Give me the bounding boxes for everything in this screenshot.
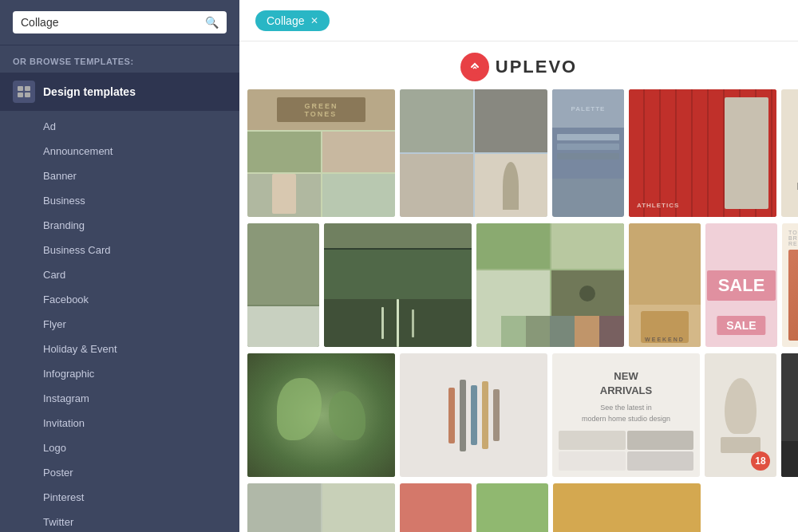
category-instagram[interactable]: Instagram bbox=[0, 386, 239, 411]
logo-bar: UPLEVO bbox=[239, 41, 798, 89]
template-card[interactable] bbox=[553, 483, 701, 532]
main-content: Collage ✕ UPLEVO bbox=[239, 0, 798, 532]
search-input[interactable] bbox=[21, 16, 205, 29]
category-ad[interactable]: Ad bbox=[0, 114, 239, 139]
template-row-4 bbox=[247, 483, 790, 532]
sidebar: 🔍 OR BROWSE TEMPLATES: Design templates … bbox=[0, 0, 239, 532]
template-card[interactable] bbox=[247, 223, 319, 347]
template-card[interactable] bbox=[476, 223, 624, 347]
new-arrivals-text: NEWARRIVALS bbox=[552, 353, 700, 403]
category-facebook[interactable]: Facebook bbox=[0, 287, 239, 312]
template-card[interactable] bbox=[400, 483, 472, 532]
template-card[interactable]: BEATTHEBINGE5KWITHMICKEY bbox=[781, 89, 798, 217]
template-card[interactable]: NEWARRIVALS See the latest inmodern home… bbox=[552, 353, 700, 477]
template-card[interactable]: SUMMhotte bbox=[781, 353, 798, 477]
brand-name: UPLEVO bbox=[496, 57, 577, 77]
category-pinterest[interactable]: Pinterest bbox=[0, 485, 239, 510]
category-invitation[interactable]: Invitation bbox=[0, 411, 239, 435]
svg-rect-0 bbox=[18, 86, 23, 91]
new-arrivals-sub: See the latest inmodern home studio desi… bbox=[552, 403, 700, 424]
svg-rect-3 bbox=[25, 93, 30, 97]
template-card[interactable]: SALE SALE bbox=[705, 223, 777, 347]
template-row-1: GREENTONES bbox=[247, 89, 790, 217]
search-icon: 🔍 bbox=[205, 16, 219, 29]
template-row-2: WEEKEND SALE SALE TOP 3BRUNCH RECIPE bbox=[247, 223, 790, 347]
top-bar: Collage ✕ bbox=[239, 0, 798, 41]
category-poster[interactable]: Poster bbox=[0, 460, 239, 485]
svg-rect-1 bbox=[25, 86, 30, 91]
search-box[interactable]: 🔍 bbox=[13, 11, 227, 33]
category-infographic[interactable]: Infographic bbox=[0, 361, 239, 386]
design-templates-label: Design templates bbox=[43, 85, 136, 98]
sale-text: SALE bbox=[707, 270, 776, 301]
template-card[interactable] bbox=[400, 89, 547, 217]
category-logo[interactable]: Logo bbox=[0, 435, 239, 460]
close-filter-icon[interactable]: ✕ bbox=[310, 15, 318, 26]
template-card[interactable] bbox=[247, 353, 395, 477]
design-templates-item[interactable]: Design templates bbox=[0, 73, 239, 111]
browse-label: OR BROWSE TEMPLATES: bbox=[0, 45, 239, 73]
template-card[interactable]: GREENTONES bbox=[247, 89, 395, 217]
template-card[interactable]: TOP 3BRUNCH RECIPE bbox=[782, 223, 798, 347]
weekend-label: WEEKEND bbox=[645, 337, 685, 342]
category-business[interactable]: Business bbox=[0, 188, 239, 213]
category-card[interactable]: Card bbox=[0, 262, 239, 287]
category-holiday-event[interactable]: Holiday & Event bbox=[0, 337, 239, 361]
template-card[interactable]: ATHLETICS bbox=[629, 89, 776, 217]
filter-tag-label: Collage bbox=[267, 14, 304, 27]
design-templates-icon bbox=[13, 81, 35, 103]
category-twitter[interactable]: Twitter bbox=[0, 510, 239, 532]
collage-filter-tag[interactable]: Collage ✕ bbox=[255, 10, 330, 31]
category-business-card[interactable]: Business Card bbox=[0, 238, 239, 262]
category-flyer[interactable]: Flyer bbox=[0, 312, 239, 337]
category-list: Ad Announcement Banner Business Branding… bbox=[0, 111, 239, 532]
template-card[interactable] bbox=[324, 223, 472, 347]
template-card[interactable]: WEEKEND bbox=[629, 223, 701, 347]
beat-text: BEATTHEBINGE5KWITHMICKEY bbox=[789, 97, 798, 209]
template-card[interactable] bbox=[476, 483, 548, 532]
template-card[interactable] bbox=[247, 483, 395, 532]
badge-18: 18 bbox=[751, 451, 770, 471]
category-branding[interactable]: Branding bbox=[0, 213, 239, 238]
search-container: 🔍 bbox=[0, 0, 239, 45]
template-card[interactable]: 18 bbox=[705, 353, 776, 477]
template-card[interactable]: PALETTE bbox=[552, 89, 624, 217]
category-announcement[interactable]: Announcement bbox=[0, 139, 239, 164]
category-banner[interactable]: Banner bbox=[0, 164, 239, 188]
template-card[interactable] bbox=[400, 353, 547, 477]
template-grid: GREENTONES bbox=[239, 89, 798, 532]
content-area[interactable]: UPLEVO GREENTONES bbox=[239, 41, 798, 532]
uplevo-logo-circle bbox=[460, 53, 489, 81]
template-row-3: NEWARRIVALS See the latest inmodern home… bbox=[247, 353, 790, 477]
svg-rect-2 bbox=[18, 93, 23, 97]
